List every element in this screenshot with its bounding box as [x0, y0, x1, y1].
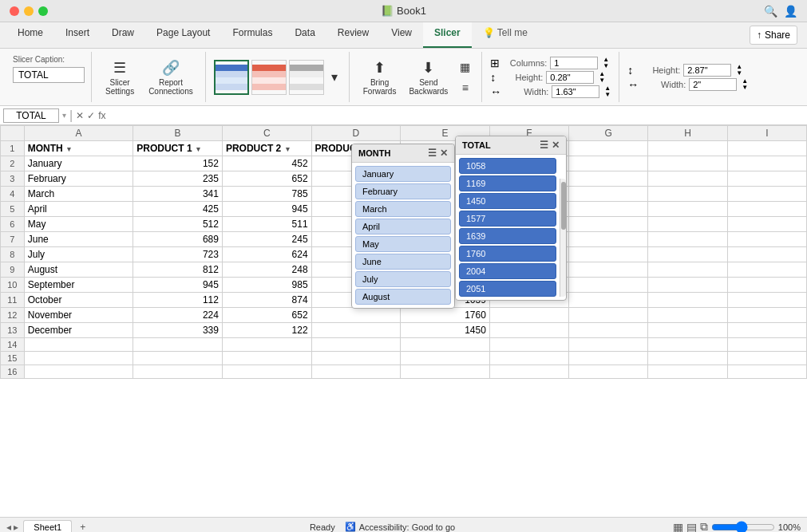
- cell-C2[interactable]: 452: [222, 156, 311, 171]
- row-num-10[interactable]: 10: [1, 278, 25, 293]
- cell-H3[interactable]: [648, 171, 727, 187]
- cell-C5[interactable]: 945: [222, 202, 311, 217]
- cell-G13[interactable]: [569, 323, 648, 338]
- month-slicer-item-february[interactable]: February: [355, 183, 451, 199]
- cell-F15[interactable]: [489, 352, 568, 365]
- cell-D16[interactable]: [311, 365, 401, 379]
- col-header-D[interactable]: D: [311, 126, 401, 141]
- cell-A8[interactable]: July: [24, 247, 133, 262]
- cell-D13[interactable]: [311, 323, 401, 338]
- size-width-input[interactable]: [689, 78, 737, 91]
- report-connections-button[interactable]: 🔗 ReportConnections: [143, 55, 199, 100]
- month-slicer-item-january[interactable]: January: [355, 166, 451, 182]
- cell-B13[interactable]: 339: [133, 323, 223, 338]
- cell-C10[interactable]: 985: [222, 278, 311, 293]
- size-width-spinner[interactable]: ▲ ▼: [740, 78, 750, 91]
- cell-H5[interactable]: [648, 202, 727, 217]
- row-num-6[interactable]: 6: [1, 217, 25, 232]
- formula-fn-icon[interactable]: fx: [98, 110, 105, 121]
- slicer-settings-button[interactable]: ☰ SlicerSettings: [100, 55, 140, 100]
- cell-A13[interactable]: December: [24, 323, 133, 338]
- cell-G4[interactable]: [569, 187, 648, 202]
- cell-G10[interactable]: [569, 278, 648, 293]
- cell-F16[interactable]: [489, 365, 568, 379]
- selection-pane-button[interactable]: ▦: [455, 57, 475, 77]
- send-backwards-button[interactable]: ⬇ SendBackwards: [403, 55, 453, 100]
- cell-C11[interactable]: 874: [222, 293, 311, 308]
- cell-H4[interactable]: [648, 187, 727, 202]
- cell-C6[interactable]: 511: [222, 217, 311, 232]
- month-slicer-item-april[interactable]: April: [355, 219, 451, 234]
- cell-H16[interactable]: [648, 365, 727, 379]
- cell-A12[interactable]: November: [24, 308, 133, 323]
- more-styles-button[interactable]: ▾: [326, 66, 342, 88]
- tab-insert[interactable]: Insert: [54, 22, 101, 48]
- col-header-A[interactable]: A: [24, 126, 133, 141]
- search-icon[interactable]: 🔍: [764, 5, 777, 18]
- cell-G8[interactable]: [569, 247, 648, 262]
- cell-G11[interactable]: [569, 293, 648, 308]
- width-spinner[interactable]: ▲ ▼: [603, 85, 612, 98]
- total-slicer-item-1577[interactable]: 1577: [459, 211, 556, 227]
- row-num-11[interactable]: 11: [1, 293, 25, 308]
- minimize-button[interactable]: [24, 6, 34, 16]
- cell-B4[interactable]: 341: [133, 187, 223, 202]
- total-slicer-item-1450[interactable]: 1450: [459, 193, 556, 209]
- style-swatch-2[interactable]: [251, 60, 287, 95]
- cell-H14[interactable]: [648, 338, 727, 352]
- cell-C14[interactable]: [222, 338, 311, 352]
- tab-page-layout[interactable]: Page Layout: [145, 22, 221, 48]
- cell-I6[interactable]: [727, 217, 806, 232]
- cell-F14[interactable]: [489, 338, 568, 352]
- formula-accept-icon[interactable]: ✓: [87, 110, 95, 121]
- tab-data[interactable]: Data: [283, 22, 326, 48]
- columns-input[interactable]: [550, 57, 598, 69]
- slicer-caption-input[interactable]: [13, 67, 85, 83]
- width-input[interactable]: [552, 85, 599, 98]
- cell-C9[interactable]: 248: [222, 262, 311, 278]
- cell-I11[interactable]: [727, 293, 806, 308]
- page-layout-icon[interactable]: ▤: [686, 521, 697, 533]
- month-slicer-item-march[interactable]: March: [355, 201, 451, 217]
- cell-I5[interactable]: [727, 202, 806, 217]
- maximize-button[interactable]: [38, 6, 48, 16]
- total-slicer-scrollthumb[interactable]: [561, 182, 566, 230]
- cell-H2[interactable]: [648, 156, 727, 171]
- row-num-8[interactable]: 8: [1, 247, 25, 262]
- total-slicer-icons[interactable]: ☰ ✕: [540, 140, 560, 151]
- cell-C12[interactable]: 652: [222, 308, 311, 323]
- cell-I15[interactable]: [727, 352, 806, 365]
- add-sheet-button[interactable]: +: [73, 520, 92, 533]
- height-input[interactable]: [546, 71, 594, 84]
- cell-G3[interactable]: [569, 171, 648, 187]
- month-slicer-item-june[interactable]: June: [355, 254, 451, 270]
- cell-G2[interactable]: [569, 156, 648, 171]
- row-num-15[interactable]: 15: [1, 352, 25, 365]
- formula-input[interactable]: [109, 110, 805, 121]
- width-down[interactable]: ▼: [603, 92, 612, 98]
- cell-C8[interactable]: 624: [222, 247, 311, 262]
- cell-I4[interactable]: [727, 187, 806, 202]
- cell-H15[interactable]: [648, 352, 727, 365]
- cell-D14[interactable]: [311, 338, 401, 352]
- cell-D12[interactable]: [311, 308, 401, 323]
- name-box-arrow[interactable]: ▾: [62, 111, 66, 120]
- sheet-tab-sheet1[interactable]: Sheet1: [23, 520, 72, 533]
- cell-I12[interactable]: [727, 308, 806, 323]
- cell-D15[interactable]: [311, 352, 401, 365]
- cell-A10[interactable]: September: [24, 278, 133, 293]
- bring-forwards-button[interactable]: ⬆ BringForwards: [358, 55, 402, 100]
- month-slicer-item-august[interactable]: August: [355, 289, 451, 305]
- cell-I13[interactable]: [727, 323, 806, 338]
- row-num-5[interactable]: 5: [1, 202, 25, 217]
- cell-C4[interactable]: 785: [222, 187, 311, 202]
- cell-A16[interactable]: [24, 365, 133, 379]
- cell-C16[interactable]: [222, 365, 311, 379]
- cell-C13[interactable]: 122: [222, 323, 311, 338]
- total-slicer-item-2051[interactable]: 2051: [459, 281, 556, 297]
- sheet-nav-left[interactable]: ◂ ▸: [6, 522, 18, 533]
- total-slicer-multiselect-icon[interactable]: ☰: [540, 140, 548, 151]
- total-slicer-item-1760[interactable]: 1760: [459, 246, 556, 262]
- total-slicer-scrollbar[interactable]: [560, 179, 566, 297]
- cell-E15[interactable]: [401, 352, 490, 365]
